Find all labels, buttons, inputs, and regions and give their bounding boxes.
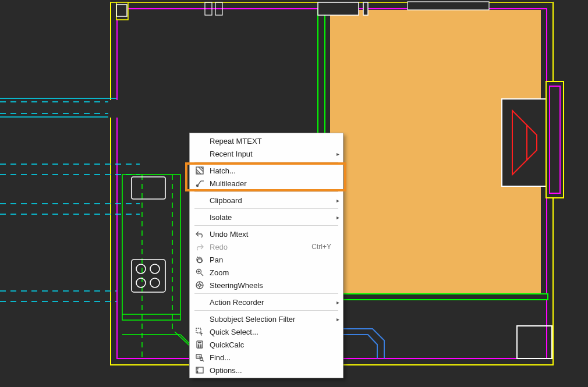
menu-item-clipboard[interactable]: Clipboard▸: [190, 194, 343, 207]
svg-line-49: [201, 274, 203, 276]
svg-rect-35: [546, 81, 564, 198]
svg-point-31: [136, 278, 146, 287]
menu-item-label: Find...: [206, 353, 334, 362]
menu-item-isolate[interactable]: Isolate▸: [190, 211, 343, 223]
svg-line-68: [203, 360, 204, 361]
svg-rect-28: [132, 260, 165, 292]
menu-separator: [194, 191, 338, 192]
svg-line-43: [199, 167, 203, 172]
pan-icon: [193, 255, 206, 264]
menu-item-subobj-filter[interactable]: Subobject Selection Filter▸: [190, 313, 343, 325]
svg-point-32: [150, 278, 160, 287]
svg-rect-59: [197, 341, 203, 348]
blank-icon: [193, 212, 206, 222]
menu-item-label: Redo: [206, 243, 311, 251]
options-icon: [193, 365, 206, 375]
undo-icon: [193, 229, 206, 239]
svg-point-71: [197, 372, 198, 373]
menu-separator: [194, 293, 338, 294]
menu-item-label: Action Recorder: [206, 298, 334, 307]
menu-item-label: Repeat MTEXT: [206, 137, 334, 145]
svg-point-63: [198, 346, 199, 347]
svg-point-29: [136, 264, 146, 274]
svg-rect-58: [196, 328, 201, 333]
submenu-arrow-icon: ▸: [334, 299, 339, 306]
menu-item-pan[interactable]: Pan: [190, 253, 343, 266]
svg-point-61: [198, 345, 199, 346]
find-icon: AB: [193, 353, 206, 362]
multileader-icon: [193, 179, 206, 188]
svg-rect-22: [108, 100, 120, 118]
menu-item-recent-input[interactable]: Recent Input▸: [190, 147, 343, 160]
blank-icon: [193, 314, 206, 324]
quick-select-icon: [193, 327, 206, 336]
redo-icon: [193, 242, 206, 251]
menu-item-label: Subobject Selection Filter: [206, 315, 334, 324]
svg-rect-33: [132, 177, 165, 199]
menu-item-quick-select[interactable]: Quick Select...: [190, 325, 343, 338]
menu-item-options[interactable]: Options...: [190, 364, 343, 377]
menu-item-label: Hatch...: [206, 166, 334, 175]
svg-rect-6: [318, 294, 548, 300]
svg-point-64: [200, 346, 201, 347]
menu-item-redo: RedoCtrl+Y: [190, 240, 343, 253]
blank-icon: [193, 297, 206, 307]
svg-point-53: [199, 284, 201, 286]
blank-icon: [193, 136, 206, 145]
svg-point-62: [200, 345, 201, 346]
svg-rect-34: [502, 99, 548, 186]
menu-separator: [194, 208, 338, 209]
quickcalc-icon: [193, 340, 206, 349]
menu-item-hatch[interactable]: Hatch...: [190, 164, 343, 177]
menu-item-label: QuickCalc: [206, 340, 334, 349]
menu-item-label: Pan: [206, 255, 334, 264]
steering-icon: [193, 281, 206, 290]
menu-item-label: Isolate: [206, 213, 334, 222]
svg-line-41: [196, 169, 201, 174]
svg-line-46: [198, 181, 201, 185]
menu-separator: [194, 310, 338, 311]
submenu-arrow-icon: ▸: [334, 316, 339, 322]
menu-item-label: Undo Mtext: [206, 230, 334, 239]
menu-separator: [194, 162, 338, 162]
menu-item-label: Clipboard: [206, 196, 334, 205]
menu-item-find[interactable]: ABFind...: [190, 351, 343, 364]
menu-item-label: SteeringWheels: [206, 281, 334, 290]
menu-item-multileader[interactable]: Multileader: [190, 177, 343, 190]
menu-item-label: Quick Select...: [206, 328, 334, 336]
svg-rect-10: [363, 2, 368, 15]
svg-rect-9: [318, 2, 359, 15]
blank-icon: [193, 196, 206, 205]
menu-item-label: Zoom: [206, 268, 334, 277]
blank-icon: [193, 149, 206, 158]
submenu-arrow-icon: ▸: [334, 151, 339, 157]
submenu-arrow-icon: ▸: [334, 214, 339, 221]
svg-rect-11: [408, 2, 489, 10]
menu-item-zoom[interactable]: Zoom: [190, 266, 343, 279]
svg-rect-25: [122, 175, 180, 320]
menu-item-action-recorder[interactable]: Action Recorder▸: [190, 296, 343, 308]
zoom-icon: [193, 268, 206, 277]
menu-item-shortcut: Ctrl+Y: [311, 243, 334, 251]
menu-item-label: Multileader: [206, 179, 334, 188]
menu-item-repeat[interactable]: Repeat MTEXT: [190, 134, 343, 147]
menu-separator: [194, 225, 338, 226]
menu-item-undo[interactable]: Undo Mtext: [190, 228, 343, 240]
menu-item-label: Recent Input: [206, 150, 334, 158]
svg-rect-60: [198, 342, 201, 343]
hatch-icon: [193, 166, 206, 175]
menu-item-steering[interactable]: SteeringWheels: [190, 279, 343, 292]
context-menu: Repeat MTEXTRecent Input▸Hatch...Multile…: [189, 133, 343, 378]
menu-item-label: Options...: [206, 366, 334, 375]
svg-point-30: [150, 264, 160, 274]
submenu-arrow-icon: ▸: [334, 197, 339, 204]
menu-item-quickcalc[interactable]: QuickCalc: [190, 338, 343, 351]
